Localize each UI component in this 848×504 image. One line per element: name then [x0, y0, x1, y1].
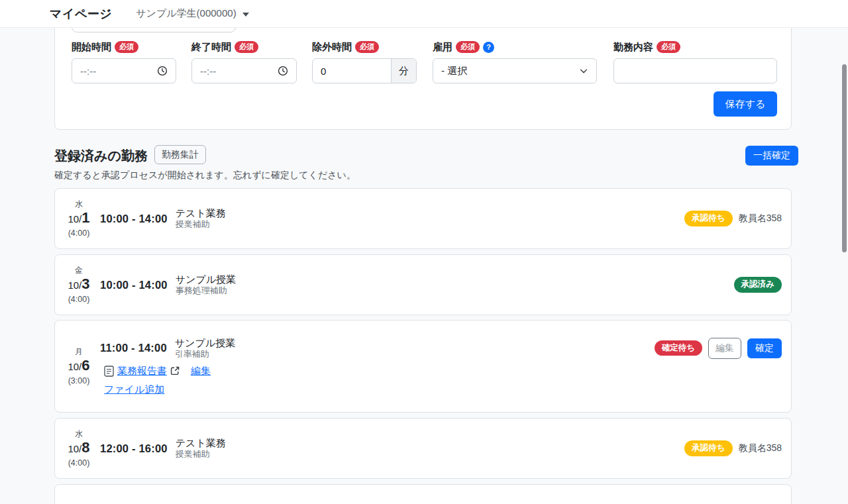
work-summary-button[interactable]: 勤務集計	[154, 145, 206, 164]
start-time-input[interactable]: --:--	[72, 58, 176, 83]
work-row: 金 10/3 (4:00) 10:00 - 14:00 サンプル授業 事務処理補…	[54, 254, 792, 315]
exclusion-time-value[interactable]: 0	[313, 66, 391, 77]
work-report-link[interactable]: 業務報告書	[117, 365, 167, 378]
date-block: 月 10/6 (3:00)	[66, 347, 92, 386]
work-subtitle: 授業補助	[176, 448, 226, 460]
end-time-value: --:--	[200, 66, 216, 77]
work-row: 月 10/6 (3:00) 11:00 - 14:00 サンプル授業 引率補助 …	[54, 320, 792, 413]
required-badge: 必須	[657, 41, 680, 53]
end-time-label-text: 終了時間	[191, 41, 231, 54]
start-time-field-group: 開始時間 必須 --:--	[72, 40, 176, 83]
work-title: テスト業務	[176, 207, 226, 219]
status-badge: 承認待ち	[684, 440, 732, 456]
page-title: マイページ	[50, 6, 112, 22]
work-row: 金	[54, 484, 792, 504]
edit-button[interactable]: 編集	[708, 338, 741, 359]
vertical-scrollbar-thumb[interactable]	[842, 64, 847, 252]
status-badge: 確定待ち	[655, 340, 702, 356]
user-menu-dropdown[interactable]: サンプル学生(000000)	[136, 7, 248, 20]
work-subtitle: 事務処理補助	[176, 285, 236, 296]
duration: (4:00)	[66, 458, 92, 468]
work-row: 水 10/1 (4:00) 10:00 - 14:00 テスト業務 授業補助 承…	[54, 188, 792, 249]
add-file-link[interactable]: ファイル追加	[104, 383, 164, 395]
exclusion-time-label-text: 除外時間	[312, 41, 352, 54]
work-row: 水 10/8 (4:00) 12:00 - 16:00 テスト業務 授業補助 承…	[54, 418, 792, 479]
question-icon[interactable]: ?	[483, 42, 494, 53]
day-of-week: 月	[66, 347, 92, 357]
work-time-range: 11:00 - 14:00	[100, 342, 167, 354]
bulk-confirm-button[interactable]: 一括確定	[745, 146, 798, 166]
employment-select[interactable]: - 選択	[433, 58, 597, 83]
save-button[interactable]: 保存する	[714, 91, 777, 117]
work-time-range: 12:00 - 16:00	[100, 442, 168, 455]
date: 10/1	[66, 209, 92, 228]
work-content-input[interactable]	[613, 58, 777, 83]
status-badge: 承認済み	[734, 277, 782, 293]
work-subtitle: 引率補助	[175, 348, 235, 360]
work-subtitle: 授業補助	[176, 219, 226, 230]
work-title-block: サンプル授業 事務処理補助	[176, 274, 236, 296]
end-time-label: 終了時間 必須	[191, 40, 297, 54]
required-badge: 必須	[355, 41, 379, 53]
file-text-icon	[104, 366, 114, 377]
work-title: サンプル授業	[175, 337, 235, 348]
start-time-label-text: 開始時間	[72, 41, 111, 54]
employment-field-group: 雇用 必須 ? - 選択	[433, 40, 597, 83]
edit-link[interactable]: 編集	[191, 365, 211, 378]
required-badge: 必須	[235, 41, 258, 53]
confirm-button[interactable]: 確定	[747, 338, 782, 358]
date-block: 水 10/8 (4:00)	[66, 429, 92, 468]
clock-icon[interactable]	[157, 66, 168, 76]
teacher-name: 教員名358	[739, 442, 782, 454]
day-of-week: 金	[66, 266, 92, 276]
work-content-label-text: 勤務内容	[613, 41, 653, 54]
required-badge: 必須	[115, 41, 138, 53]
day-of-week: 水	[66, 199, 92, 209]
exclusion-time-label: 除外時間 必須	[312, 40, 417, 54]
date-block: 水 10/1 (4:00)	[66, 199, 92, 238]
start-time-value: --:--	[80, 66, 96, 77]
duration: (4:00)	[66, 294, 92, 305]
employment-selected-value: - 選択	[441, 65, 467, 77]
work-title-block: テスト業務 授業補助	[176, 437, 226, 460]
chevron-down-icon	[579, 66, 588, 76]
work-title: テスト業務	[176, 437, 226, 448]
work-title-block: テスト業務 授業補助	[176, 207, 226, 230]
exclusion-time-field-group: 除外時間 必須 0 分	[312, 40, 417, 83]
employment-label-text: 雇用	[433, 41, 452, 54]
duration: (4:00)	[66, 228, 92, 238]
app-header: マイページ サンプル学生(000000)	[0, 0, 848, 28]
status-badge: 承認待ち	[684, 211, 732, 227]
external-link-icon	[170, 366, 180, 376]
required-badge: 必須	[456, 41, 480, 53]
work-time-range: 10:00 - 14:00	[100, 213, 168, 225]
end-time-field-group: 終了時間 必須 --:--	[191, 40, 297, 83]
employment-label: 雇用 必須 ?	[433, 40, 597, 54]
start-time-label: 開始時間 必須	[72, 40, 176, 54]
confirm-process-note: 確定すると承認プロセスが開始されます。忘れずに確定してください。	[54, 170, 356, 181]
work-content-label: 勤務内容 必須	[613, 40, 777, 54]
day-of-week: 水	[66, 429, 92, 439]
work-title-block: サンプル授業 引率補助	[175, 337, 235, 360]
date: 10/6	[66, 357, 92, 376]
minutes-unit-suffix: 分	[391, 59, 416, 83]
clock-icon[interactable]	[278, 66, 288, 76]
caret-down-icon	[242, 13, 249, 17]
exclusion-time-input[interactable]: 0 分	[312, 58, 417, 83]
date: 10/8	[66, 439, 92, 458]
duration: (3:00)	[66, 376, 92, 386]
date: 10/3	[66, 276, 92, 294]
work-time-range: 10:00 - 14:00	[100, 279, 168, 291]
date-block: 金 10/3 (4:00)	[66, 266, 92, 305]
end-time-input[interactable]: --:--	[191, 58, 297, 83]
user-menu-label: サンプル学生(000000)	[136, 7, 236, 20]
work-content-field-group: 勤務内容 必須	[613, 40, 777, 83]
teacher-name: 教員名358	[739, 213, 782, 225]
work-title: サンプル授業	[176, 274, 236, 285]
registered-work-section-title: 登録済みの勤務	[54, 147, 148, 165]
